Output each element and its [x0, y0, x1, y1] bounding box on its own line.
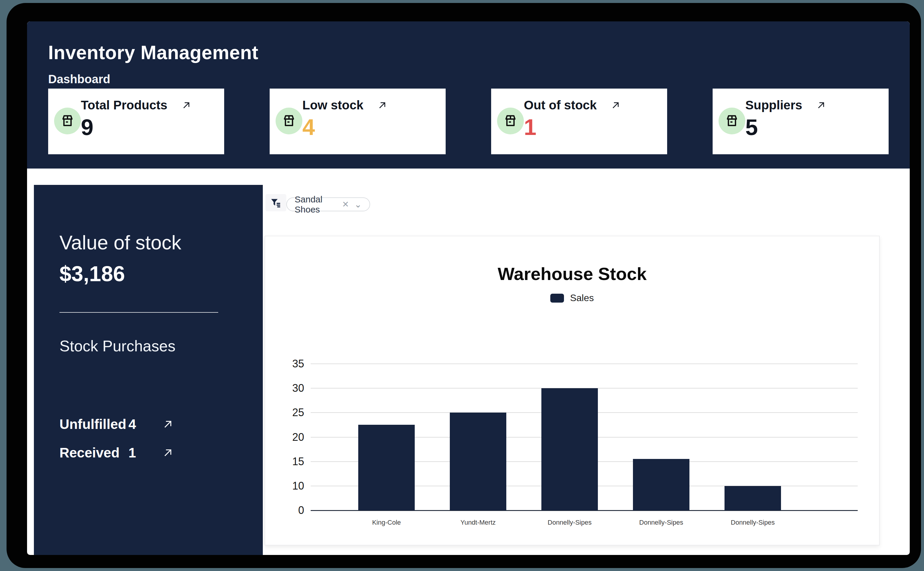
bar-king-cole[interactable]: [358, 425, 415, 510]
open-link-arrow-icon[interactable]: [180, 99, 192, 111]
stat-card-total-products[interactable]: Total Products 9: [48, 89, 224, 154]
x-category-label: Donnelly-Sipes: [522, 519, 617, 526]
received-count: 1: [128, 444, 161, 461]
unfulfilled-row[interactable]: Unfulfilled 4: [59, 414, 226, 435]
stat-card-value: 5: [745, 114, 758, 140]
x-category-label: Donnelly-Sipes: [705, 519, 800, 526]
package-icon-badge: [276, 108, 302, 134]
stat-card-value: 9: [81, 114, 93, 140]
open-link-arrow-icon[interactable]: [376, 99, 388, 111]
bar-yundt-mertz[interactable]: [450, 412, 506, 510]
y-tick-label: 20: [271, 431, 304, 443]
stat-card-value: 1: [524, 114, 536, 140]
plot-wrap: 0101520253035 King-ColeYundt-MertzDonnel…: [265, 236, 879, 545]
device-frame: Inventory Management Dashboard Total Pro…: [6, 3, 921, 568]
gridline: [311, 364, 858, 364]
y-tick-label: 10: [271, 480, 304, 492]
divider: [59, 312, 218, 313]
category-filter-select[interactable]: Sandal Shoes ✕ ⌄: [286, 198, 370, 211]
package-icon-badge: [719, 108, 745, 134]
received-row[interactable]: Received 1: [59, 442, 226, 463]
app-screen: Inventory Management Dashboard Total Pro…: [27, 22, 910, 555]
bar-donnelly-sipes[interactable]: [541, 388, 598, 510]
package-icon: [60, 113, 75, 129]
y-tick-label: 0: [271, 504, 304, 517]
filter-button[interactable]: [265, 194, 286, 211]
package-icon-badge: [54, 108, 81, 134]
package-icon: [503, 113, 518, 129]
stat-card-value: 4: [302, 114, 315, 140]
x-category-label: Donnelly-Sipes: [614, 519, 709, 526]
selected-filter-value: Sandal Shoes: [295, 194, 342, 215]
x-category-label: Yundt-Mertz: [430, 519, 526, 526]
stat-card-label: Total Products: [81, 98, 167, 113]
package-icon-badge: [497, 108, 524, 134]
filter-list-icon: [270, 197, 282, 209]
stat-card-low-stock[interactable]: Low stock 4: [270, 89, 446, 154]
stat-cards-row: Total Products 9 Low stock: [48, 89, 889, 154]
open-link-arrow-icon[interactable]: [161, 446, 175, 460]
x-category-label: King-Cole: [339, 519, 434, 526]
stat-card-suppliers[interactable]: Suppliers 5: [713, 89, 889, 154]
received-label: Received: [59, 444, 128, 461]
unfulfilled-count: 4: [128, 416, 161, 432]
breadcrumb: Dashboard: [48, 73, 110, 86]
open-link-arrow-icon[interactable]: [161, 417, 175, 431]
clear-filter-icon[interactable]: ✕: [342, 199, 349, 209]
value-of-stock-label: Value of stock: [59, 231, 181, 254]
open-link-arrow-icon[interactable]: [815, 99, 827, 111]
value-of-stock-amount: $3,186: [59, 262, 125, 286]
y-tick-label: 35: [271, 358, 304, 370]
page-title: Inventory Management: [48, 42, 258, 63]
stat-card-label: Suppliers: [745, 98, 802, 113]
stat-card-label: Out of stock: [524, 98, 597, 113]
y-tick-label: 25: [271, 406, 304, 419]
stat-card-out-of-stock[interactable]: Out of stock 1: [491, 89, 667, 154]
package-icon: [724, 113, 740, 129]
open-link-arrow-icon[interactable]: [610, 99, 622, 111]
stat-card-label: Low stock: [302, 98, 363, 113]
unfulfilled-label: Unfulfilled: [59, 416, 128, 432]
plot-area: [311, 364, 858, 510]
stock-summary-panel: Value of stock $3,186 Stock Purchases Un…: [34, 185, 263, 555]
bar-donnelly-sipes[interactable]: [725, 486, 781, 510]
header: Inventory Management Dashboard Total Pro…: [27, 22, 910, 168]
y-tick-label: 15: [271, 455, 304, 468]
bar-donnelly-sipes[interactable]: [633, 459, 690, 510]
stock-purchases-title: Stock Purchases: [59, 337, 176, 355]
y-tick-label: 30: [271, 382, 304, 394]
package-icon: [281, 113, 297, 129]
warehouse-stock-card: Warehouse Stock Sales 0101520253035 King…: [265, 236, 880, 545]
